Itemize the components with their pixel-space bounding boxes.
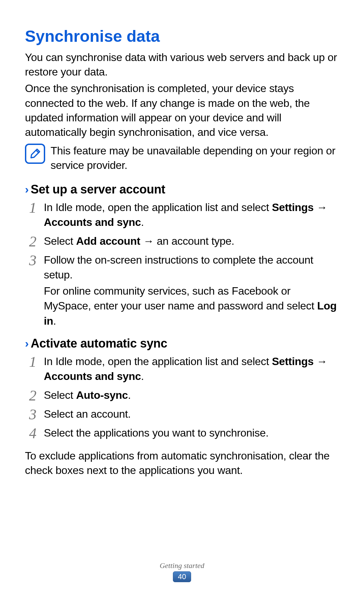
step-text: Select the applications you want to sync… bbox=[44, 427, 269, 439]
page-footer: Getting started 40 bbox=[0, 561, 364, 582]
page-number: 40 bbox=[173, 571, 191, 582]
step-item: Follow the on-screen instructions to com… bbox=[25, 252, 339, 328]
chevron-right-icon: › bbox=[25, 337, 29, 350]
step-item: Select the applications you want to sync… bbox=[25, 425, 339, 440]
section-heading-setup: ›Set up a server account bbox=[25, 182, 339, 197]
step-item: Select Auto-sync. bbox=[25, 388, 339, 402]
step-item: Select an account. bbox=[25, 407, 339, 421]
step-text: . bbox=[141, 370, 144, 382]
manual-page: Synchronise data You can synchronise dat… bbox=[0, 0, 364, 597]
step-item: In Idle mode, open the application list … bbox=[25, 354, 339, 384]
section-heading-text: Activate automatic sync bbox=[31, 336, 167, 350]
trailing-paragraph: To exclude applications from automatic s… bbox=[25, 449, 339, 478]
steps-list-setup: In Idle mode, open the application list … bbox=[25, 200, 339, 328]
step-text: . bbox=[53, 315, 56, 327]
step-text: In Idle mode, open the application list … bbox=[44, 201, 272, 213]
step-bold: Auto-sync bbox=[76, 389, 128, 401]
note-text: This feature may be unavailable dependin… bbox=[51, 144, 339, 173]
step-bold: Accounts and sync bbox=[44, 370, 141, 382]
steps-list-autosync: In Idle mode, open the application list … bbox=[25, 354, 339, 441]
step-item: In Idle mode, open the application list … bbox=[25, 200, 339, 230]
step-bold: Settings bbox=[272, 355, 314, 367]
footer-section-name: Getting started bbox=[0, 561, 364, 570]
step-text: For online community services, such as F… bbox=[44, 285, 317, 312]
step-bold: Settings bbox=[272, 201, 314, 213]
step-bold: Accounts and sync bbox=[44, 216, 141, 228]
step-text: → bbox=[314, 201, 327, 213]
step-text: . bbox=[128, 389, 131, 401]
step-text: Select bbox=[44, 389, 76, 401]
section-heading-autosync: ›Activate automatic sync bbox=[25, 336, 339, 351]
step-text: Select bbox=[44, 235, 76, 247]
step-text: Follow the on-screen instructions to com… bbox=[44, 254, 313, 281]
note-block: This feature may be unavailable dependin… bbox=[25, 144, 339, 173]
step-text: → bbox=[314, 355, 327, 367]
step-text: . bbox=[141, 216, 144, 228]
step-bold: Add account bbox=[76, 235, 140, 247]
note-icon bbox=[25, 144, 45, 164]
intro-paragraph-2: Once the synchronisation is completed, y… bbox=[25, 81, 339, 140]
step-text: → an account type. bbox=[140, 235, 234, 247]
step-text: Select an account. bbox=[44, 408, 131, 420]
intro-paragraph-1: You can synchronise data with various we… bbox=[25, 50, 339, 79]
step-item: Select Add account → an account type. bbox=[25, 234, 339, 248]
section-heading-text: Set up a server account bbox=[31, 182, 165, 196]
chevron-right-icon: › bbox=[25, 183, 29, 196]
page-title: Synchronise data bbox=[25, 27, 339, 46]
step-text: In Idle mode, open the application list … bbox=[44, 355, 272, 367]
